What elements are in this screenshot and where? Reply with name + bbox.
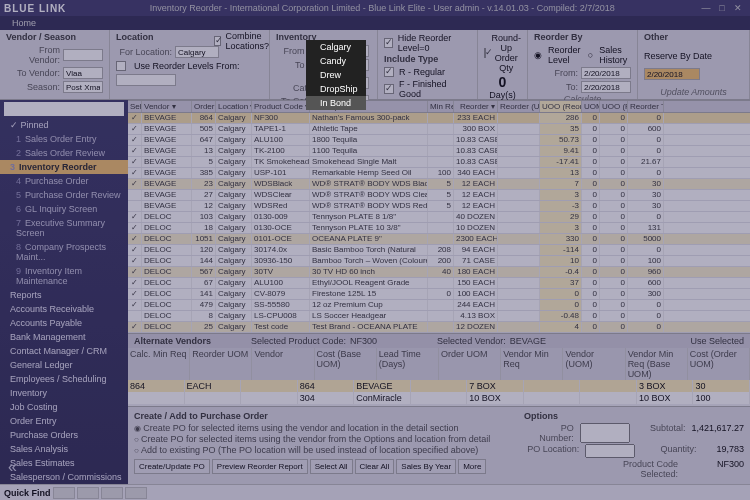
max-icon[interactable]: □ (714, 3, 730, 13)
sidebar-item[interactable]: 3Inventory Reorder (0, 160, 128, 174)
radio-add-existing[interactable]: ○ Add to existing PO (The PO location wi… (134, 445, 504, 455)
sidebar-search[interactable] (4, 102, 124, 116)
sidebar-module[interactable]: Sales Estimates (0, 456, 128, 470)
col-header[interactable]: Reorder Tar ▾ (628, 101, 664, 112)
more-button[interactable]: More (458, 459, 486, 474)
hide-reorder-checkbox[interactable] (384, 38, 393, 48)
preview-report-button[interactable]: Preview Reorder Report (212, 459, 308, 474)
close-icon[interactable]: ✕ (730, 3, 746, 13)
alt-col-header[interactable]: Vendor (252, 348, 314, 380)
sidebar-module[interactable]: Salesperson / Commissions (0, 470, 128, 484)
sidebar-item[interactable]: 2Sales Order Review (0, 146, 128, 160)
alt-col-header[interactable]: Vendor (UOM) (563, 348, 625, 380)
status-tab[interactable] (53, 487, 75, 499)
sidebar-module[interactable]: Bank Management (0, 330, 128, 344)
sidebar-item[interactable]: 6GL Inquiry Screen (0, 202, 128, 216)
grid-row[interactable]: ✓DELOC120Calgary30174.0xBasic Bamboo Tor… (128, 245, 750, 256)
col-header[interactable]: Location ▾ (216, 101, 252, 112)
grid-row[interactable]: BEVAGE12CalgaryWDSRedWD® STRAT® BODY WDS… (128, 201, 750, 212)
for-location-input[interactable] (175, 46, 219, 58)
col-header[interactable]: Sel ▾ (128, 101, 142, 112)
grid-row[interactable]: ✓DELOC1051Calgary0101-OCEOCEANA PLATE 9"… (128, 234, 750, 245)
sidebar-item[interactable]: 4Purchase Order (0, 174, 128, 188)
sidebar-module[interactable]: Inventory (0, 386, 128, 400)
radio-create-detail[interactable]: ◉ Create PO for selected items using the… (134, 423, 504, 433)
col-header[interactable]: Vendor ▾ (142, 101, 192, 112)
grid-row[interactable]: ✓BEVAGE13CalgaryTK-21001100 Tequila10.83… (128, 146, 750, 157)
location-option[interactable]: DropShip (306, 82, 366, 96)
grid-row[interactable]: ✓DELOC67CalgaryALU100Ethyl/JOOL Reagent … (128, 278, 750, 289)
grid-row[interactable]: ✓DELOC479CalgarySS-5558012 oz Premium Cu… (128, 300, 750, 311)
col-header[interactable]: Product Code ▾ (252, 101, 310, 112)
grid-row[interactable]: ✓DELOC103Calgary0130-009Tennyson PLATE 8… (128, 212, 750, 223)
location-option[interactable]: Calgary (306, 40, 366, 54)
reorder-to[interactable] (581, 81, 631, 93)
col-header[interactable]: Order ▾ (192, 101, 216, 112)
to-vendor-input[interactable] (63, 67, 103, 79)
include-f-checkbox[interactable] (384, 84, 394, 94)
sidebar-module[interactable]: Employees / Scheduling (0, 372, 128, 386)
col-header[interactable]: UOO (Reorder) ▾ (540, 101, 582, 112)
include-r-checkbox[interactable] (384, 67, 394, 77)
col-header[interactable]: Min Reorder ▾ (428, 101, 454, 112)
sidebar-module[interactable]: Order Entry (0, 414, 128, 428)
sidebar-module[interactable]: Job Costing (0, 400, 128, 414)
sidebar-module[interactable]: Contact Manager / CRM (0, 344, 128, 358)
location-dropdown[interactable]: CalgaryCandyDrewDropShipIn Bond (306, 40, 366, 110)
quick-find-label[interactable]: Quick Find (4, 488, 51, 498)
reorder-from[interactable] (581, 67, 631, 79)
combine-locations-checkbox[interactable] (214, 36, 221, 46)
grid-row[interactable]: ✓DELOC141CalgaryCV-8079Firestone 125L 15… (128, 289, 750, 300)
grid-row[interactable]: ✓BEVAGE385CalgaryUSP-101Remarkable Hemp … (128, 168, 750, 179)
radio-create-options[interactable]: ○ Create PO for selected items using the… (134, 434, 504, 444)
grid-row[interactable]: ✓DELOC567Calgary30TV30 TV HD 60 inch4018… (128, 267, 750, 278)
alt-col-header[interactable]: Vendor Min Req (501, 348, 563, 380)
alt-col-header[interactable]: Cost (Order UOM) (688, 348, 750, 380)
alt-row[interactable]: 304ConMiracle10 BOX10 BOX100 (128, 392, 750, 404)
sales-by-year-button[interactable]: Sales By Year (396, 459, 456, 474)
grid-row[interactable]: ✓BEVAGE647CalgaryALU1001800 Tequila10.83… (128, 135, 750, 146)
min-icon[interactable]: — (698, 3, 714, 13)
col-header[interactable]: UOM (Reorder) ▾ (582, 101, 600, 112)
use-selected-button[interactable]: Use Selected (690, 336, 744, 346)
sidebar-item[interactable]: 7Executive Summary Screen (0, 216, 128, 240)
col-header[interactable]: Reorder (UOM) ▾ (498, 101, 540, 112)
status-tab[interactable] (77, 487, 99, 499)
sidebar-module[interactable]: Sales Analysis (0, 442, 128, 456)
grid-row[interactable]: ✓BEVAGE23CalgaryWDSBlackWD® STRAT® BODY … (128, 179, 750, 190)
reorder-levels-checkbox[interactable] (116, 61, 126, 71)
ribbon-tab-home[interactable]: Home (0, 16, 750, 30)
reorder-levels-from[interactable] (116, 74, 176, 86)
create-update-po-button[interactable]: Create/Update PO (134, 459, 210, 474)
sidebar-pinned-header[interactable]: ✓ Pinned (0, 118, 128, 132)
alt-col-header[interactable]: Reorder UOM (190, 348, 252, 380)
grid-row[interactable]: ✓BEVAGE5CalgaryTK SmokeheadSmokehead Sin… (128, 157, 750, 168)
update-amounts-button[interactable]: Update Amounts (660, 87, 727, 97)
po-location-input[interactable] (585, 444, 635, 458)
season-input[interactable] (63, 81, 103, 93)
grid-row[interactable]: ✓BEVAGE864CalgaryNF300Nathan's Famous 30… (128, 113, 750, 124)
sidebar-item[interactable]: 5Purchase Order Review (0, 188, 128, 202)
alt-col-header[interactable]: Calc. Min Req (128, 348, 190, 380)
sidebar-item[interactable]: 9Inventory Item Maintenance (0, 264, 128, 288)
sidebar-module[interactable]: General Ledger (0, 358, 128, 372)
alt-col-header[interactable]: Lead Time (Days) (377, 348, 439, 380)
grid-row[interactable]: ✓BEVAGE505CalgaryTAPE1-1Athletic Tape300… (128, 124, 750, 135)
from-vendor-input[interactable] (63, 49, 103, 61)
sidebar-module[interactable]: Reports (0, 288, 128, 302)
clear-all-button[interactable]: Clear All (355, 459, 395, 474)
grid-row[interactable]: ✓DELOC144Calgary30936-150Bamboo Torch – … (128, 256, 750, 267)
sidebar-collapse-icon[interactable]: « (8, 458, 17, 476)
alt-col-header[interactable]: Cost (Base UOM) (315, 348, 377, 380)
sidebar-item[interactable]: 8Company Prospects Maint... (0, 240, 128, 264)
alt-col-header[interactable]: Order UOM (439, 348, 501, 380)
status-tab[interactable] (101, 487, 123, 499)
grid-row[interactable]: DELOC8CalgaryLS-CPU008LS Soccer Headgear… (128, 311, 750, 322)
col-header[interactable]: Reorder ▾ (454, 101, 498, 112)
grid-body[interactable]: ✓BEVAGE864CalgaryNF300Nathan's Famous 30… (128, 113, 750, 333)
grid-row[interactable]: ✓DELOC25CalgaryTest codeTest Brand - OCE… (128, 322, 750, 333)
alt-col-header[interactable]: Vendor Min Req (Base UOM) (626, 348, 688, 380)
col-header[interactable]: UOO (Reorder) ▾ (600, 101, 628, 112)
grid-row[interactable]: ✓DELOC18Calgary0130-OCETennyson PLATE 10… (128, 223, 750, 234)
sidebar-item[interactable]: 1Sales Order Entry (0, 132, 128, 146)
